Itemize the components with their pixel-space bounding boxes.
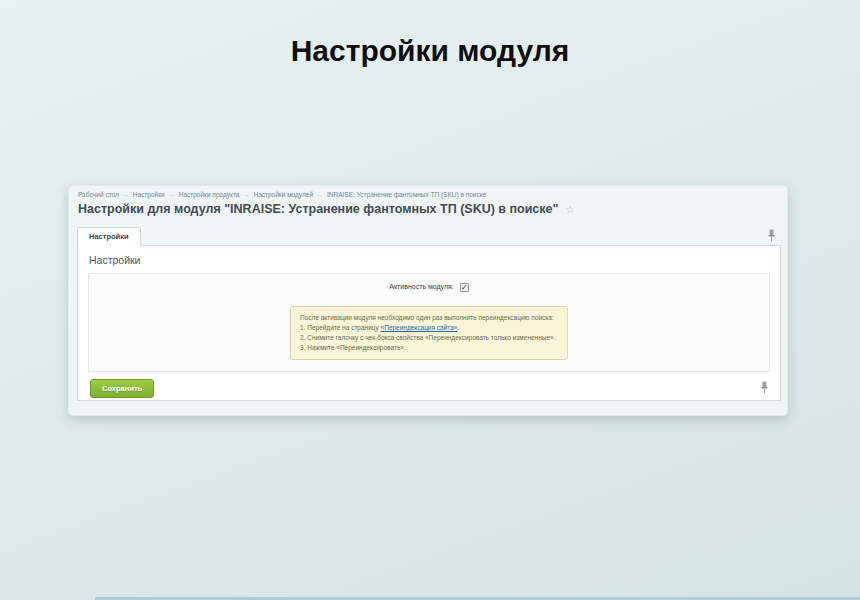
- note-step-1: 1. Перейдите на страницу «Переиндексация…: [300, 323, 558, 333]
- pin-icon[interactable]: [760, 381, 769, 394]
- note-intro: После активации модуля необходимо один р…: [300, 313, 558, 323]
- note-step1-text: 1. Перейдите на страницу: [300, 324, 381, 331]
- reindex-note: После активации модуля необходимо один р…: [290, 306, 568, 360]
- note-step-2: 2. Снимите галочку с чек-бокса свойства …: [300, 333, 558, 343]
- settings-window: Рабочий стол→Настройки→Настройки продукт…: [68, 185, 788, 416]
- reindex-site-link[interactable]: «Переиндексация сайта»: [381, 324, 458, 331]
- activity-checkbox[interactable]: ✓: [460, 283, 469, 292]
- note-step-3: 3. Нажмите «Переиндексировать».: [300, 343, 558, 353]
- settings-content-pane: Настройки Активность модуля: ✓ После акт…: [77, 245, 781, 401]
- activity-label: Активность модуля:: [389, 283, 454, 290]
- breadcrumb-separator-icon: →: [123, 192, 129, 198]
- breadcrumb-module-settings[interactable]: Настройки модулей: [253, 191, 313, 198]
- note-step1-suffix: .: [457, 324, 459, 331]
- save-button[interactable]: Сохранить: [90, 379, 154, 398]
- breadcrumb-separator-icon: →: [243, 192, 249, 198]
- page-heading: Настройки модуля: [0, 34, 860, 68]
- tab-settings[interactable]: Настройки: [77, 227, 141, 246]
- breadcrumb-separator-icon: →: [317, 192, 323, 198]
- settings-form: Активность модуля: ✓ После активации мод…: [88, 273, 770, 372]
- breadcrumb-separator-icon: →: [169, 192, 175, 198]
- activity-row: Активность модуля: ✓: [89, 283, 769, 292]
- pin-icon[interactable]: [767, 229, 776, 242]
- breadcrumb: Рабочий стол→Настройки→Настройки продукт…: [78, 191, 486, 198]
- page-title: Настройки для модуля "INRAISE: Устранени…: [78, 202, 574, 216]
- section-title: Настройки: [89, 254, 141, 266]
- favorite-star-icon[interactable]: ☆: [565, 204, 574, 215]
- breadcrumb-desktop[interactable]: Рабочий стол: [78, 191, 119, 198]
- breadcrumb-product-settings[interactable]: Настройки продукта: [179, 191, 240, 198]
- breadcrumb-current-module[interactable]: INRAISE: Устранение фантомных ТП (SKU) в…: [327, 191, 486, 198]
- page-title-text: Настройки для модуля "INRAISE: Устранени…: [78, 202, 558, 216]
- breadcrumb-settings[interactable]: Настройки: [133, 191, 165, 198]
